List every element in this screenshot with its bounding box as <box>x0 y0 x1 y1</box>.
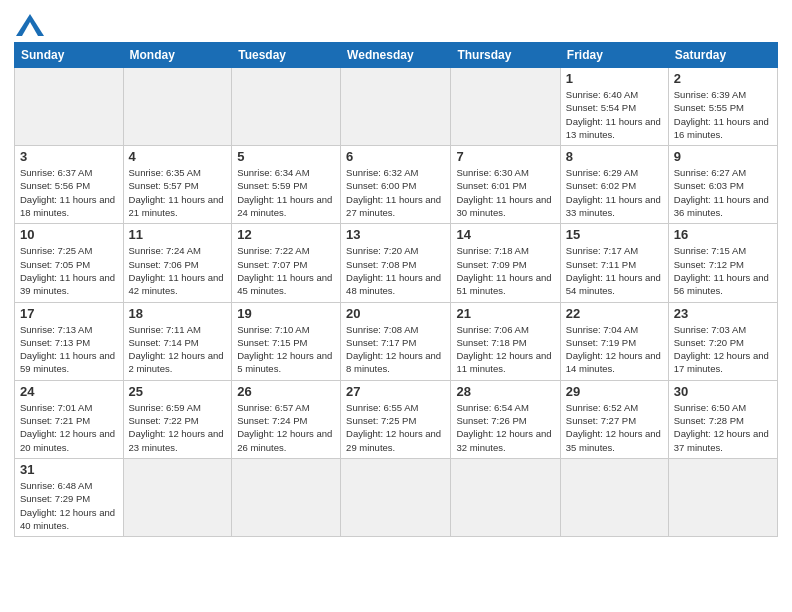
day-info: Sunrise: 6:48 AM Sunset: 7:29 PM Dayligh… <box>20 479 118 532</box>
calendar-cell: 4Sunrise: 6:35 AM Sunset: 5:57 PM Daylig… <box>123 146 232 224</box>
calendar-week-row: 24Sunrise: 7:01 AM Sunset: 7:21 PM Dayli… <box>15 380 778 458</box>
weekday-header-tuesday: Tuesday <box>232 43 341 68</box>
weekday-header-monday: Monday <box>123 43 232 68</box>
day-info: Sunrise: 6:32 AM Sunset: 6:00 PM Dayligh… <box>346 166 445 219</box>
calendar-cell: 12Sunrise: 7:22 AM Sunset: 7:07 PM Dayli… <box>232 224 341 302</box>
day-info: Sunrise: 7:03 AM Sunset: 7:20 PM Dayligh… <box>674 323 772 376</box>
weekday-header-row: SundayMondayTuesdayWednesdayThursdayFrid… <box>15 43 778 68</box>
day-info: Sunrise: 7:18 AM Sunset: 7:09 PM Dayligh… <box>456 244 554 297</box>
day-info: Sunrise: 7:08 AM Sunset: 7:17 PM Dayligh… <box>346 323 445 376</box>
calendar-cell: 17Sunrise: 7:13 AM Sunset: 7:13 PM Dayli… <box>15 302 124 380</box>
day-info: Sunrise: 6:59 AM Sunset: 7:22 PM Dayligh… <box>129 401 227 454</box>
day-info: Sunrise: 6:55 AM Sunset: 7:25 PM Dayligh… <box>346 401 445 454</box>
day-number: 1 <box>566 71 663 86</box>
calendar-cell: 5Sunrise: 6:34 AM Sunset: 5:59 PM Daylig… <box>232 146 341 224</box>
calendar-cell: 2Sunrise: 6:39 AM Sunset: 5:55 PM Daylig… <box>668 68 777 146</box>
day-info: Sunrise: 7:24 AM Sunset: 7:06 PM Dayligh… <box>129 244 227 297</box>
day-number: 16 <box>674 227 772 242</box>
day-number: 26 <box>237 384 335 399</box>
calendar-cell: 30Sunrise: 6:50 AM Sunset: 7:28 PM Dayli… <box>668 380 777 458</box>
header <box>14 10 778 36</box>
day-number: 11 <box>129 227 227 242</box>
calendar-week-row: 17Sunrise: 7:13 AM Sunset: 7:13 PM Dayli… <box>15 302 778 380</box>
day-number: 27 <box>346 384 445 399</box>
day-number: 3 <box>20 149 118 164</box>
calendar-cell <box>451 458 560 536</box>
calendar-cell: 28Sunrise: 6:54 AM Sunset: 7:26 PM Dayli… <box>451 380 560 458</box>
day-info: Sunrise: 7:01 AM Sunset: 7:21 PM Dayligh… <box>20 401 118 454</box>
weekday-header-wednesday: Wednesday <box>341 43 451 68</box>
day-number: 17 <box>20 306 118 321</box>
calendar-cell <box>123 458 232 536</box>
day-number: 29 <box>566 384 663 399</box>
day-info: Sunrise: 7:04 AM Sunset: 7:19 PM Dayligh… <box>566 323 663 376</box>
calendar-cell: 29Sunrise: 6:52 AM Sunset: 7:27 PM Dayli… <box>560 380 668 458</box>
calendar-cell <box>341 68 451 146</box>
calendar-cell: 18Sunrise: 7:11 AM Sunset: 7:14 PM Dayli… <box>123 302 232 380</box>
day-info: Sunrise: 7:15 AM Sunset: 7:12 PM Dayligh… <box>674 244 772 297</box>
weekday-header-friday: Friday <box>560 43 668 68</box>
day-info: Sunrise: 6:39 AM Sunset: 5:55 PM Dayligh… <box>674 88 772 141</box>
day-number: 12 <box>237 227 335 242</box>
day-number: 8 <box>566 149 663 164</box>
day-info: Sunrise: 6:34 AM Sunset: 5:59 PM Dayligh… <box>237 166 335 219</box>
calendar-cell <box>341 458 451 536</box>
day-number: 4 <box>129 149 227 164</box>
calendar-cell: 10Sunrise: 7:25 AM Sunset: 7:05 PM Dayli… <box>15 224 124 302</box>
day-info: Sunrise: 6:52 AM Sunset: 7:27 PM Dayligh… <box>566 401 663 454</box>
day-info: Sunrise: 7:17 AM Sunset: 7:11 PM Dayligh… <box>566 244 663 297</box>
day-number: 18 <box>129 306 227 321</box>
day-number: 5 <box>237 149 335 164</box>
calendar-cell: 24Sunrise: 7:01 AM Sunset: 7:21 PM Dayli… <box>15 380 124 458</box>
day-number: 30 <box>674 384 772 399</box>
weekday-header-thursday: Thursday <box>451 43 560 68</box>
calendar-cell: 3Sunrise: 6:37 AM Sunset: 5:56 PM Daylig… <box>15 146 124 224</box>
day-number: 14 <box>456 227 554 242</box>
day-info: Sunrise: 7:13 AM Sunset: 7:13 PM Dayligh… <box>20 323 118 376</box>
calendar-cell <box>232 458 341 536</box>
calendar-cell: 23Sunrise: 7:03 AM Sunset: 7:20 PM Dayli… <box>668 302 777 380</box>
day-number: 25 <box>129 384 227 399</box>
calendar-cell: 11Sunrise: 7:24 AM Sunset: 7:06 PM Dayli… <box>123 224 232 302</box>
day-number: 10 <box>20 227 118 242</box>
calendar: SundayMondayTuesdayWednesdayThursdayFrid… <box>14 42 778 537</box>
day-info: Sunrise: 6:54 AM Sunset: 7:26 PM Dayligh… <box>456 401 554 454</box>
day-number: 23 <box>674 306 772 321</box>
day-number: 24 <box>20 384 118 399</box>
calendar-cell: 16Sunrise: 7:15 AM Sunset: 7:12 PM Dayli… <box>668 224 777 302</box>
calendar-cell: 22Sunrise: 7:04 AM Sunset: 7:19 PM Dayli… <box>560 302 668 380</box>
weekday-header-saturday: Saturday <box>668 43 777 68</box>
calendar-week-row: 3Sunrise: 6:37 AM Sunset: 5:56 PM Daylig… <box>15 146 778 224</box>
calendar-cell: 21Sunrise: 7:06 AM Sunset: 7:18 PM Dayli… <box>451 302 560 380</box>
calendar-week-row: 31Sunrise: 6:48 AM Sunset: 7:29 PM Dayli… <box>15 458 778 536</box>
day-info: Sunrise: 7:25 AM Sunset: 7:05 PM Dayligh… <box>20 244 118 297</box>
day-info: Sunrise: 7:10 AM Sunset: 7:15 PM Dayligh… <box>237 323 335 376</box>
day-number: 19 <box>237 306 335 321</box>
calendar-cell: 19Sunrise: 7:10 AM Sunset: 7:15 PM Dayli… <box>232 302 341 380</box>
day-number: 22 <box>566 306 663 321</box>
day-info: Sunrise: 7:22 AM Sunset: 7:07 PM Dayligh… <box>237 244 335 297</box>
day-info: Sunrise: 7:06 AM Sunset: 7:18 PM Dayligh… <box>456 323 554 376</box>
calendar-cell: 26Sunrise: 6:57 AM Sunset: 7:24 PM Dayli… <box>232 380 341 458</box>
day-info: Sunrise: 6:50 AM Sunset: 7:28 PM Dayligh… <box>674 401 772 454</box>
calendar-cell: 7Sunrise: 6:30 AM Sunset: 6:01 PM Daylig… <box>451 146 560 224</box>
calendar-cell: 8Sunrise: 6:29 AM Sunset: 6:02 PM Daylig… <box>560 146 668 224</box>
calendar-cell: 20Sunrise: 7:08 AM Sunset: 7:17 PM Dayli… <box>341 302 451 380</box>
day-number: 6 <box>346 149 445 164</box>
day-info: Sunrise: 6:30 AM Sunset: 6:01 PM Dayligh… <box>456 166 554 219</box>
calendar-cell: 25Sunrise: 6:59 AM Sunset: 7:22 PM Dayli… <box>123 380 232 458</box>
day-info: Sunrise: 6:57 AM Sunset: 7:24 PM Dayligh… <box>237 401 335 454</box>
calendar-cell <box>451 68 560 146</box>
calendar-cell <box>15 68 124 146</box>
day-number: 2 <box>674 71 772 86</box>
day-number: 20 <box>346 306 445 321</box>
day-info: Sunrise: 7:11 AM Sunset: 7:14 PM Dayligh… <box>129 323 227 376</box>
calendar-cell <box>560 458 668 536</box>
day-number: 13 <box>346 227 445 242</box>
calendar-cell: 14Sunrise: 7:18 AM Sunset: 7:09 PM Dayli… <box>451 224 560 302</box>
day-info: Sunrise: 6:40 AM Sunset: 5:54 PM Dayligh… <box>566 88 663 141</box>
day-number: 15 <box>566 227 663 242</box>
day-number: 31 <box>20 462 118 477</box>
calendar-cell: 6Sunrise: 6:32 AM Sunset: 6:00 PM Daylig… <box>341 146 451 224</box>
logo-icon <box>16 14 44 36</box>
